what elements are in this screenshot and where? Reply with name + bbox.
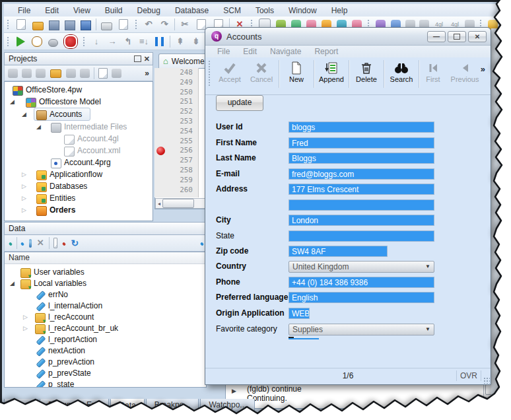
- output-console[interactable]: (fgldb) continue Continuing.: [225, 381, 496, 409]
- city-field[interactable]: London: [289, 215, 434, 226]
- tree-item[interactable]: nextAction: [5, 345, 206, 357]
- copy-value-icon[interactable]: [53, 238, 57, 248]
- tree-item[interactable]: ▷ l_recAccount: [5, 312, 206, 323]
- tree-item[interactable]: ◢ Officestore Model: [6, 96, 151, 108]
- remove-variable-icon[interactable]: ✕: [37, 238, 44, 248]
- maximize-button[interactable]: [448, 31, 466, 42]
- accept-button[interactable]: Accept: [215, 60, 245, 83]
- run-to-line-icon[interactable]: ≡↓: [139, 36, 149, 47]
- first-button[interactable]: First: [421, 60, 445, 83]
- print-icon[interactable]: [101, 22, 112, 30]
- breakpoint-icon[interactable]: [156, 147, 165, 155]
- expander-open-icon[interactable]: ◢: [10, 98, 15, 105]
- state-field[interactable]: [289, 230, 434, 242]
- menu-window[interactable]: Window: [281, 5, 324, 17]
- menu-help[interactable]: Help: [324, 5, 355, 17]
- redo-icon[interactable]: ↷: [159, 19, 170, 30]
- close-folder-icon[interactable]: [66, 69, 76, 78]
- tree-item-selected[interactable]: ◢ Accounts: [6, 109, 151, 121]
- profile-icon[interactable]: [32, 36, 42, 47]
- search-button[interactable]: Search: [386, 60, 417, 83]
- delete-button[interactable]: Delete: [351, 60, 382, 83]
- open-project-icon[interactable]: [50, 69, 61, 78]
- expander-closed-icon[interactable]: ▷: [23, 314, 28, 320]
- run-icon[interactable]: [17, 36, 25, 47]
- tree-item[interactable]: OfficeStore.4pw: [6, 85, 151, 96]
- origin-application-field[interactable]: WEB: [289, 308, 310, 319]
- previous-button[interactable]: Previous: [446, 60, 483, 83]
- save-all-icon[interactable]: [81, 20, 91, 30]
- dialog-titlebar[interactable]: q Accounts — ✕: [205, 28, 491, 46]
- tree-item[interactable]: Account.4gl: [6, 133, 151, 145]
- copy-icon[interactable]: [197, 19, 206, 30]
- tab-data[interactable]: Data: [110, 399, 144, 411]
- tree-item[interactable]: errNo: [5, 289, 206, 300]
- pause-icon[interactable]: [155, 37, 164, 46]
- toolbar-overflow-icon[interactable]: »: [145, 69, 149, 78]
- cancel-button[interactable]: Cancel: [246, 60, 277, 83]
- undo-icon[interactable]: ↶: [143, 19, 154, 30]
- email-field[interactable]: fred@bloggs.com: [289, 168, 434, 180]
- update-button[interactable]: update: [216, 95, 263, 111]
- toolbar-grip[interactable]: [208, 60, 211, 87]
- new-button[interactable]: New: [281, 60, 312, 83]
- tree-item[interactable]: ▷ Applicationflow: [6, 169, 151, 181]
- tree-item[interactable]: User variables: [5, 267, 206, 278]
- tree-item[interactable]: l_reportAction: [5, 334, 206, 345]
- tree-item[interactable]: Account.4prg: [6, 157, 151, 169]
- close-button[interactable]: ✕: [468, 31, 487, 42]
- move-up-icon[interactable]: ⇞: [175, 36, 186, 47]
- new-project-icon[interactable]: [22, 69, 32, 78]
- dialog-menu-navigate[interactable]: Navigate: [263, 46, 308, 57]
- dialog-menu-edit[interactable]: Edit: [236, 46, 263, 57]
- menu-scm[interactable]: SCM: [216, 5, 248, 17]
- ovr-mode-indicator[interactable]: OVR: [456, 370, 481, 381]
- toolbar-grip[interactable]: [83, 36, 86, 47]
- tree-item[interactable]: ▷ Databases: [6, 181, 151, 193]
- scroll-down-icon[interactable]: ▼: [484, 398, 494, 403]
- favorite-category-combobox[interactable]: Supplies: [289, 324, 434, 335]
- expander-closed-icon[interactable]: ▷: [22, 195, 26, 201]
- tree-item[interactable]: l_internalAction: [5, 300, 206, 312]
- tree-item[interactable]: p_state: [5, 379, 206, 388]
- tab-output[interactable]: Ou...: [4, 399, 38, 411]
- address-field[interactable]: 177 Elms Crescent: [289, 184, 434, 195]
- tab-document-errors[interactable]: Document Er...: [40, 399, 109, 411]
- write-icon[interactable]: [61, 242, 65, 246]
- scroll-left-icon[interactable]: ◂: [156, 201, 162, 207]
- menu-view[interactable]: View: [66, 5, 98, 17]
- expander-closed-icon[interactable]: ▷: [23, 325, 28, 332]
- save-as-icon[interactable]: [65, 20, 75, 30]
- tree-item[interactable]: Account.xml: [6, 145, 151, 157]
- close-panel-icon[interactable]: ✕: [144, 55, 150, 63]
- tree-item[interactable]: ▷ Orders: [6, 205, 151, 217]
- toolbar-grip[interactable]: [135, 19, 138, 30]
- step-over-icon[interactable]: ↓: [91, 36, 102, 47]
- expander-closed-icon[interactable]: ▷: [22, 171, 26, 178]
- last-name-field[interactable]: Bloggs: [289, 153, 434, 164]
- resize-grip[interactable]: [483, 377, 490, 384]
- append-button[interactable]: Append: [316, 60, 347, 83]
- preferred-language-field[interactable]: English: [289, 292, 434, 303]
- minimize-button[interactable]: —: [427, 31, 446, 42]
- tab-breakpoints[interactable]: Breakpo...: [146, 399, 199, 411]
- new-file-icon[interactable]: [17, 19, 26, 30]
- add-global-icon[interactable]: [29, 239, 32, 248]
- build-project-icon[interactable]: [8, 69, 18, 78]
- menu-file[interactable]: File: [11, 5, 38, 17]
- save-icon[interactable]: [49, 20, 59, 30]
- stop-icon[interactable]: [64, 35, 77, 48]
- menu-build[interactable]: Build: [98, 5, 130, 17]
- toolbar-grip[interactable]: [7, 19, 10, 30]
- country-combobox[interactable]: United Kingdom: [289, 261, 434, 273]
- toolbar-grip[interactable]: [7, 36, 10, 47]
- tab-watchpoints[interactable]: Watchpo...: [200, 399, 255, 411]
- print-preview-icon[interactable]: [119, 19, 128, 30]
- menu-tools[interactable]: Tools: [248, 5, 281, 17]
- settings-icon[interactable]: [112, 69, 121, 78]
- expander-open-icon[interactable]: ◢: [10, 280, 15, 287]
- open-file-icon[interactable]: [32, 22, 44, 30]
- tree-item[interactable]: ◢ Local variables: [5, 278, 206, 289]
- toolbar-overflow-icon[interactable]: »: [481, 64, 485, 74]
- add-file-icon[interactable]: [98, 68, 108, 79]
